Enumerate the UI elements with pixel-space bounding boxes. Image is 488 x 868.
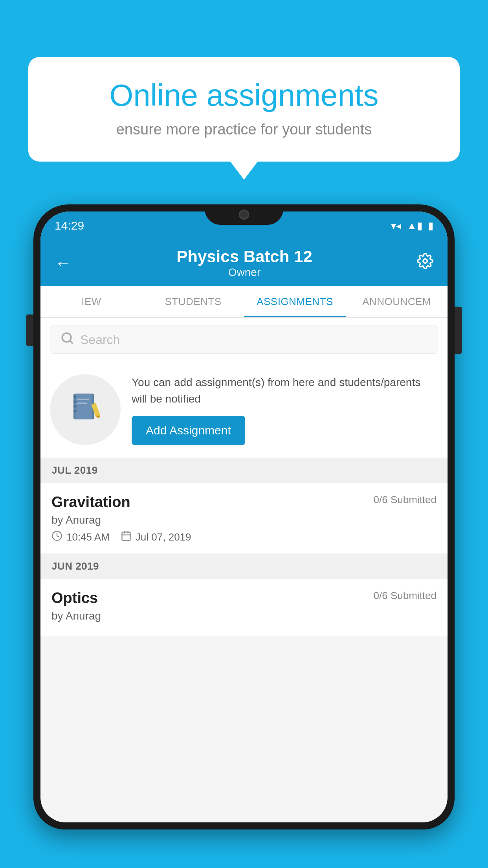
assignment-top-row: Gravitation 0/6 Submitted [51, 494, 437, 511]
assignment-item-optics[interactable]: Optics 0/6 Submitted by Anurag [40, 579, 448, 636]
assignment-name-optics: Optics [51, 590, 98, 607]
assignment-meta: 10:45 AM Jul 07, 201 [51, 530, 437, 544]
promo-text: You can add assignment(s) from here and … [132, 374, 438, 407]
phone-container: 14:29 ▾◂ ▲▮ ▮ ← Physics Batch 12 Owner [33, 204, 455, 868]
battery-icon: ▮ [428, 220, 433, 232]
svg-line-2 [70, 341, 72, 343]
status-time: 14:29 [55, 219, 84, 232]
assignment-time-value: 10:45 AM [66, 531, 110, 543]
speech-bubble: Online assignments ensure more practice … [28, 57, 460, 162]
app-header: ← Physics Batch 12 Owner [40, 240, 448, 286]
phone-screen: 14:29 ▾◂ ▲▮ ▮ ← Physics Batch 12 Owner [40, 211, 448, 822]
svg-rect-14 [122, 532, 130, 541]
assignment-submitted: 0/6 Submitted [374, 494, 437, 506]
assignment-date: Jul 07, 2019 [121, 530, 191, 544]
header-title: Physics Batch 12 [176, 247, 312, 266]
calendar-icon [121, 530, 132, 544]
tab-bar: IEW STUDENTS ASSIGNMENTS ANNOUNCEM [40, 286, 448, 318]
svg-rect-8 [73, 410, 77, 412]
clock-icon [51, 530, 62, 544]
tab-students[interactable]: STUDENTS [142, 286, 244, 317]
search-placeholder: Search [80, 333, 120, 347]
notch [205, 204, 283, 225]
assignment-by: by Anurag [51, 514, 437, 526]
promo-section: You can add assignment(s) from here and … [40, 362, 448, 458]
assignment-date-value: Jul 07, 2019 [136, 531, 191, 543]
speech-bubble-container: Online assignments ensure more practice … [28, 57, 460, 162]
svg-rect-4 [75, 394, 92, 419]
header-center: Physics Batch 12 Owner [176, 247, 312, 279]
svg-rect-6 [73, 401, 77, 403]
svg-rect-10 [77, 403, 87, 404]
tab-assignments[interactable]: ASSIGNMENTS [244, 286, 346, 317]
svg-rect-9 [77, 399, 89, 400]
svg-rect-5 [73, 395, 77, 397]
search-bar[interactable]: Search [50, 326, 438, 354]
status-icons: ▾◂ ▲▮ ▮ [391, 220, 433, 232]
month-header-jun: JUN 2019 [40, 554, 448, 579]
notebook-icon [70, 391, 101, 429]
promo-content: You can add assignment(s) from here and … [132, 374, 438, 445]
assignment-name: Gravitation [51, 494, 130, 511]
assignment-time: 10:45 AM [51, 530, 110, 544]
assignment-item-gravitation[interactable]: Gravitation 0/6 Submitted by Anurag [40, 483, 448, 554]
search-container: Search [40, 318, 448, 362]
signal-icon: ▲▮ [407, 220, 422, 232]
assignment-top-row-optics: Optics 0/6 Submitted [51, 590, 437, 607]
settings-icon[interactable] [417, 253, 433, 273]
svg-point-0 [423, 259, 427, 263]
screen-content: 14:29 ▾◂ ▲▮ ▮ ← Physics Batch 12 Owner [40, 211, 448, 822]
wifi-icon: ▾◂ [391, 220, 401, 232]
svg-rect-7 [73, 405, 77, 407]
assignment-by-optics: by Anurag [51, 610, 437, 622]
assignment-submitted-optics: 0/6 Submitted [374, 590, 437, 602]
notch-camera [239, 210, 249, 220]
back-button[interactable]: ← [55, 253, 72, 273]
search-icon [61, 331, 74, 348]
add-assignment-button[interactable]: Add Assignment [132, 416, 245, 445]
month-header-jul: JUL 2019 [40, 458, 448, 483]
header-subtitle: Owner [176, 266, 312, 279]
promo-icon-circle [50, 374, 121, 445]
tab-iew[interactable]: IEW [40, 286, 142, 317]
bubble-subtitle: ensure more practice for your students [52, 121, 436, 138]
tab-announcements[interactable]: ANNOUNCEM [346, 286, 448, 317]
bubble-title: Online assignments [52, 79, 436, 112]
phone-frame: 14:29 ▾◂ ▲▮ ▮ ← Physics Batch 12 Owner [33, 204, 455, 829]
